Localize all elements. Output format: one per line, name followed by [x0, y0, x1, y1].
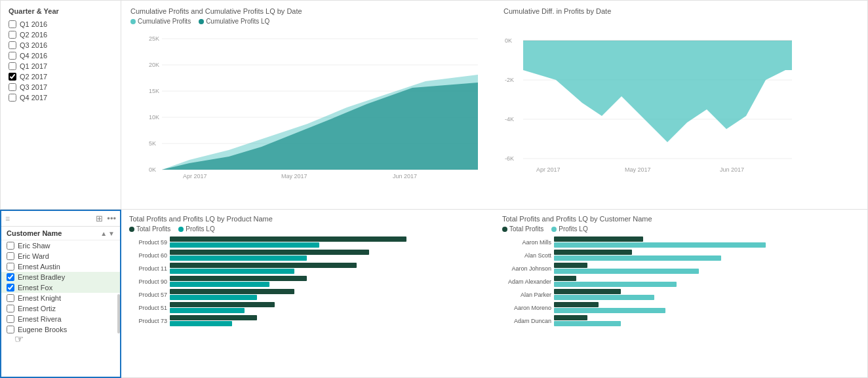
customer-item-label: Ernest Fox	[18, 284, 52, 292]
quarter-item[interactable]: Q2 2017	[9, 71, 113, 82]
quarter-item[interactable]: Q4 2017	[9, 92, 113, 103]
customer-item-label: Ernest Knight	[18, 294, 61, 302]
svg-text:0K: 0K	[505, 37, 512, 44]
quarter-label: Q2 2016	[20, 31, 47, 39]
sort-desc-icon[interactable]: ▼	[108, 230, 115, 237]
quarter-item[interactable]: Q1 2017	[9, 61, 113, 71]
customer-list-item[interactable]: Eric Ward	[1, 251, 120, 261]
product-bar-row: Product 11	[129, 263, 486, 274]
bar-group	[170, 315, 486, 326]
customer-bar-label: Adam Duncan	[502, 318, 551, 324]
bar-group	[170, 289, 486, 300]
customer-bar-group	[554, 289, 859, 300]
customer-bar-row: Aaron Mills	[502, 236, 859, 248]
customer-bar-row: Aaron Johnson	[502, 263, 859, 274]
customer-name-label: Customer Name	[7, 229, 62, 237]
profits-lq-bar	[170, 242, 319, 248]
product-legend-dot-2	[178, 227, 184, 232]
product-bar-label: Product 11	[129, 265, 167, 272]
customer-total-profits-bar	[554, 276, 576, 281]
customer-profits-legend-1: Total Profits	[502, 225, 543, 233]
quarter-label: Q2 2017	[20, 73, 47, 81]
product-legend-label-1: Total Profits	[136, 225, 170, 233]
customer-list-item[interactable]: Ernest Austin	[1, 261, 120, 272]
customer-bar-label: Alan Scott	[502, 252, 551, 259]
cumulative-legend: Cumulative Profits Cumulative Profits LQ	[130, 18, 485, 25]
product-profits-chart: Total Profits and Profits LQ by Product …	[121, 210, 494, 377]
customer-list-item[interactable]: Ernest Ortiz	[1, 303, 120, 314]
total-profits-bar	[170, 289, 294, 294]
product-bar-row: Product 57	[129, 289, 486, 300]
quarter-item[interactable]: Q1 2016	[9, 19, 113, 29]
customer-item-label: Eric Shaw	[18, 242, 50, 250]
cumulative-diff-svg: 0K -2K -4K -6K Apr 2017 May 2017 Jun 201…	[503, 31, 799, 181]
customer-bar-label: Adam Alexander	[502, 278, 551, 285]
customer-bar-row: Adam Duncan	[502, 315, 859, 326]
customer-profits-lq-bar	[554, 308, 665, 313]
bar-group	[170, 276, 486, 287]
customer-item-label: Eugene Brooks	[18, 326, 67, 333]
total-profits-bar	[170, 236, 406, 242]
customer-bar-label: Aaron Moreno	[502, 305, 551, 311]
bottom-charts-area: Total Profits and Profits LQ by Product …	[121, 210, 868, 378]
customer-profits-label-1: Total Profits	[509, 225, 543, 233]
expand-icon[interactable]: ⊞	[96, 214, 103, 223]
quarter-item[interactable]: Q4 2016	[9, 50, 113, 61]
customer-profits-lq-bar	[554, 282, 677, 287]
total-profits-bar	[170, 250, 369, 255]
quarter-label: Q4 2016	[20, 52, 47, 60]
product-bar-label: Product 59	[129, 239, 167, 246]
product-bar-label: Product 51	[129, 305, 167, 311]
customer-bar-group	[554, 276, 859, 287]
quarter-item[interactable]: Q3 2017	[9, 82, 113, 92]
sort-controls: ▲ ▼	[100, 230, 115, 237]
quarter-filter-title: Quarter & Year	[9, 7, 113, 15]
quarter-label: Q4 2017	[20, 94, 47, 102]
cumulative-profits-title: Cumulative Profits and Cumulative Profit…	[130, 7, 485, 15]
customer-profits-dot-2	[551, 227, 557, 232]
quarter-filter-panel: Quarter & Year Q1 2016Q2 2016Q3 2016Q4 2…	[0, 0, 121, 210]
customer-total-profits-bar	[554, 263, 587, 268]
sort-asc-icon[interactable]: ▲	[100, 230, 107, 237]
svg-text:20K: 20K	[149, 62, 159, 68]
quarter-item[interactable]: Q2 2016	[9, 29, 113, 40]
svg-marker-26	[523, 41, 792, 142]
legend-label-1: Cumulative Profits	[138, 18, 191, 25]
scrollbar[interactable]	[117, 294, 120, 333]
customer-list-item[interactable]: Ernest Bradley	[1, 272, 120, 282]
customer-profits-legend: Total Profits Profits LQ	[502, 225, 859, 233]
cursor-hand-icon: ☞	[14, 333, 24, 345]
profits-lq-bar	[170, 255, 307, 261]
svg-text:Jun 2017: Jun 2017	[720, 166, 744, 173]
customer-bar-row: Alan Parker	[502, 289, 859, 300]
customer-list-item[interactable]: Eric Shaw	[1, 240, 120, 251]
product-bar-row: Product 90	[129, 276, 486, 287]
customer-list-item[interactable]: Ernest Fox	[1, 282, 120, 293]
bar-group	[170, 263, 486, 274]
product-bar-row: Product 60	[129, 250, 486, 261]
customer-bar-group	[554, 315, 859, 326]
customer-list-item[interactable]: Ernest Knight	[1, 293, 120, 303]
product-bar-chart: Product 59Product 60Product 11Product 90…	[129, 236, 486, 326]
quarter-item[interactable]: Q3 2016	[9, 40, 113, 50]
customer-total-profits-bar	[554, 236, 643, 242]
svg-text:Apr 2017: Apr 2017	[536, 166, 561, 173]
customer-profits-title: Total Profits and Profits LQ by Customer…	[502, 215, 859, 223]
svg-text:-4K: -4K	[505, 116, 514, 123]
customer-total-profits-bar	[554, 302, 599, 307]
panel-action-icons: ⊞ •••	[96, 214, 116, 223]
customer-item-label: Ernest Austin	[18, 263, 60, 271]
svg-text:-2K: -2K	[505, 77, 514, 83]
product-legend: Total Profits Profits LQ	[129, 225, 486, 233]
customer-total-profits-bar	[554, 250, 632, 255]
customer-bar-row: Alan Scott	[502, 250, 859, 261]
more-icon[interactable]: •••	[107, 214, 116, 223]
svg-text:Apr 2017: Apr 2017	[183, 173, 207, 180]
customer-item-label: Ernest Ortiz	[18, 305, 56, 312]
customer-list-item[interactable]: Ernest Rivera	[1, 314, 120, 324]
total-profits-bar	[170, 302, 275, 307]
bar-group	[170, 302, 486, 313]
svg-text:Jun 2017: Jun 2017	[393, 173, 417, 180]
cumulative-diff-title: Cumulative Diff. in Profits by Date	[503, 7, 858, 15]
product-bar-label: Product 73	[129, 318, 167, 324]
